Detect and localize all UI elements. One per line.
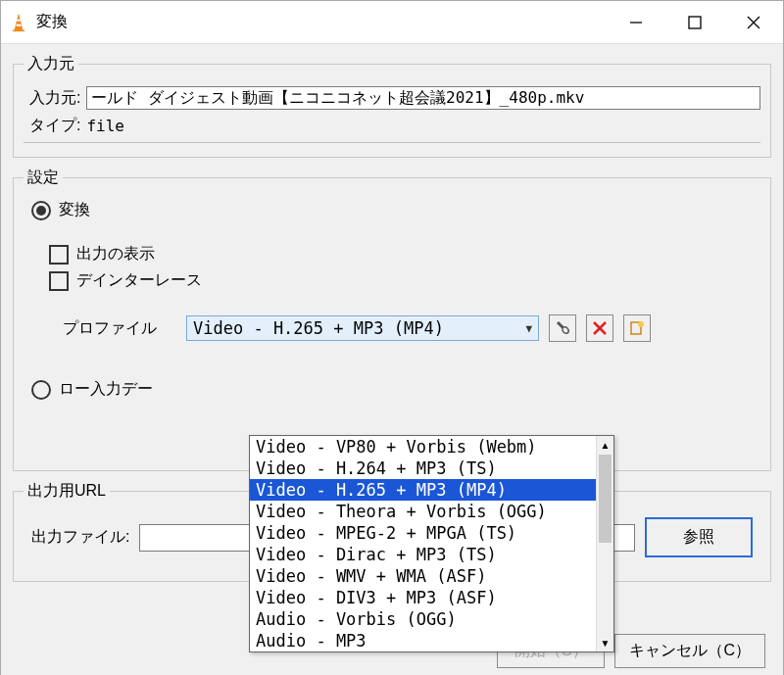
scroll-down-icon[interactable]: ▼ [597, 634, 613, 651]
scroll-thumb[interactable] [599, 455, 612, 543]
source-group: 入力元 入力元: ールド ダイジェスト動画【ニコニコネット超会議2021】_48… [13, 54, 771, 158]
profile-option[interactable]: Video - Theora + Vorbis (OGG) [250, 501, 596, 522]
radio-raw[interactable] [31, 380, 51, 400]
minimize-button[interactable] [607, 1, 665, 43]
close-icon [747, 16, 760, 29]
cancel-button[interactable]: キャンセル（C） [614, 634, 765, 668]
check-deint[interactable] [49, 271, 69, 291]
profile-option[interactable]: Video - WMV + WMA (ASF) [250, 565, 596, 587]
type-label: タイプ: [29, 116, 80, 136]
check-display-row[interactable]: 出力の表示 [49, 244, 760, 265]
source-type-row: タイプ: file [29, 116, 760, 136]
source-input-row: 入力元: ールド ダイジェスト動画【ニコニコネット超会議2021】_480p.m… [29, 86, 760, 110]
settings-group: 設定 変換 出力の表示 デインターレース プロファイル Video - H.26… [13, 168, 771, 471]
svg-rect-1 [17, 19, 20, 21]
svg-rect-3 [13, 29, 24, 31]
profile-option[interactable]: Video - H.264 + MP3 (TS) [250, 458, 596, 479]
profile-option[interactable]: Audio - MP3 [250, 630, 596, 651]
minimize-icon [629, 16, 643, 29]
vlc-cone-icon [9, 13, 28, 32]
radio-raw-label: ロー入力デー [59, 379, 153, 400]
convert-dialog: 変換 入力元 入力元: ールド ダイジェスト動画【ニコニコネット超会議2021】… [0, 0, 784, 675]
profile-new-button[interactable] [623, 314, 651, 342]
output-legend: 出力用URL [24, 481, 110, 502]
check-deint-label: デインターレース [76, 270, 202, 291]
svg-rect-2 [17, 24, 22, 25]
profile-option[interactable]: Video - Dirac + MP3 (TS) [250, 544, 596, 565]
window-title: 変換 [36, 12, 607, 32]
type-value: file [86, 117, 124, 135]
radio-convert-row[interactable]: 変換 [31, 200, 760, 220]
profile-edit-button[interactable] [549, 314, 576, 342]
divider [24, 142, 760, 143]
profile-option[interactable]: Video - VP80 + Vorbis (Webm) [250, 436, 596, 458]
check-display-label: 出力の表示 [76, 244, 155, 265]
scroll-up-icon[interactable]: ▲ [597, 436, 613, 454]
maximize-icon [688, 16, 702, 29]
profile-row: プロファイル Video - H.265 + MP3 (MP4) ▼ [63, 314, 760, 342]
maximize-button[interactable] [665, 1, 724, 43]
profile-option[interactable]: Video - DIV3 + MP3 (ASF) [250, 587, 596, 608]
svg-marker-0 [15, 14, 23, 30]
titlebar: 変換 [1, 1, 783, 44]
profile-selected: Video - H.265 + MP3 (MP4) [193, 318, 444, 338]
wrench-icon [555, 320, 570, 336]
profile-combo[interactable]: Video - H.265 + MP3 (MP4) ▼ [186, 315, 539, 341]
delete-x-icon [593, 321, 607, 335]
profile-label: プロファイル [63, 318, 157, 339]
source-input[interactable]: ールド ダイジェスト動画【ニコニコネット超会議2021】_480p.mkv [86, 86, 760, 110]
profile-dropdown[interactable]: Video - VP80 + Vorbis (Webm) Video - H.2… [249, 435, 614, 652]
check-display[interactable] [49, 245, 69, 265]
window-controls [607, 1, 783, 43]
close-button[interactable] [724, 1, 783, 43]
profile-option-selected[interactable]: Video - H.265 + MP3 (MP4) [250, 479, 596, 501]
output-file-label: 出力ファイル: [31, 527, 129, 548]
settings-legend: 設定 [24, 168, 63, 188]
radio-raw-row[interactable]: ロー入力デー [31, 379, 760, 400]
profile-option[interactable]: Video - MPEG-2 + MPGA (TS) [250, 522, 596, 544]
profile-dropdown-list: Video - VP80 + Vorbis (Webm) Video - H.2… [250, 436, 596, 651]
svg-point-11 [638, 321, 644, 327]
radio-convert-label: 変換 [59, 200, 90, 220]
source-label: 入力元: [29, 88, 80, 109]
browse-button[interactable]: 参照 [645, 517, 753, 557]
source-legend: 入力元 [24, 54, 78, 74]
profile-delete-button[interactable] [586, 314, 613, 342]
svg-rect-5 [689, 17, 701, 28]
chevron-down-icon: ▼ [525, 322, 532, 335]
radio-convert[interactable] [31, 201, 51, 220]
dialog-content: 入力元 入力元: ールド ダイジェスト動画【ニコニコネット超会議2021】_48… [1, 44, 783, 675]
dropdown-scrollbar[interactable]: ▲ ▼ [596, 436, 613, 651]
profile-option[interactable]: Audio - Vorbis (OGG) [250, 608, 596, 630]
check-deint-row[interactable]: デインターレース [49, 270, 760, 291]
new-file-icon [629, 320, 645, 336]
